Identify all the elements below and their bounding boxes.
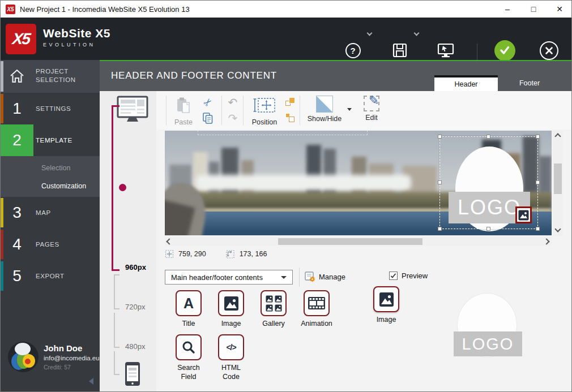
user-name: John Doe xyxy=(44,343,82,353)
bring-forward-button[interactable] xyxy=(283,96,298,109)
handle-nw[interactable] xyxy=(438,135,442,139)
handle-se[interactable] xyxy=(536,227,540,231)
ruler-label-720: 720px xyxy=(125,303,145,311)
html-code-label: HTML Code xyxy=(217,364,245,381)
handle-n[interactable] xyxy=(486,135,490,139)
sidebar-label-project-selection: PROJECT SELECTION xyxy=(36,60,95,92)
edit-button[interactable]: ✎ Edit xyxy=(356,96,387,122)
undo-button[interactable]: ↶ xyxy=(225,96,240,109)
brand-logo-icon: X5 xyxy=(6,24,36,54)
copy-button[interactable] xyxy=(200,111,215,125)
sidebar-item-project-selection[interactable]: PROJECT SELECTION xyxy=(1,60,100,93)
scissors-icon: ✂ xyxy=(200,95,215,110)
handle-ne[interactable] xyxy=(536,135,540,139)
send-backward-button[interactable] xyxy=(283,111,298,125)
sidebar-item-map[interactable]: 3 MAP xyxy=(1,197,100,229)
undo-icon: ↶ xyxy=(228,96,238,109)
pencil-icon: ✎ xyxy=(369,93,379,108)
checkmark-icon xyxy=(390,273,396,279)
position-button[interactable]: Position xyxy=(248,97,281,126)
scroll-right-icon[interactable] xyxy=(543,238,549,244)
object-search-field-button[interactable]: Search Field xyxy=(169,334,208,381)
redo-button[interactable]: ↷ xyxy=(225,111,240,125)
maximize-button[interactable]: □ xyxy=(520,1,547,18)
row-outline xyxy=(198,131,368,135)
bring-forward-icon xyxy=(285,97,296,107)
show-hide-button[interactable]: Show/Hide xyxy=(305,96,344,123)
app-header: X5 WebSite X5 EVOLUTION ? Help S xyxy=(1,18,572,60)
cut-button[interactable]: ✂ xyxy=(198,92,217,112)
object-image-selected-button[interactable]: Image xyxy=(366,286,406,325)
contents-dropdown[interactable]: Main header/footer contents xyxy=(165,270,293,285)
manage-button[interactable]: Manage xyxy=(305,272,345,282)
send-backward-icon xyxy=(285,113,296,123)
tab-footer[interactable]: Footer xyxy=(498,75,561,91)
scroll-down-icon[interactable] xyxy=(554,226,561,232)
sidebar-label-map: MAP xyxy=(36,197,95,229)
position-icon xyxy=(253,97,276,114)
position-coords-icon xyxy=(165,249,174,259)
close-button[interactable]: ✕ xyxy=(547,1,572,18)
help-dropdown-icon[interactable] xyxy=(367,31,373,36)
handle-s[interactable] xyxy=(486,227,490,231)
horizontal-scroll-thumb[interactable] xyxy=(278,238,422,245)
gallery-object-icon xyxy=(261,290,287,316)
sidebar-item-pages[interactable]: 4 PAGES xyxy=(1,229,100,260)
sidebar-item-export[interactable]: 5 EXPORT xyxy=(1,260,100,292)
sidebar-label-export: EXPORT xyxy=(36,260,95,292)
editor-toolbar: Paste ✂ ↶ ↷ xyxy=(156,91,572,130)
sidebar-item-template[interactable]: 2 TEMPLATE xyxy=(1,124,100,156)
desktop-monitor-icon[interactable] xyxy=(117,96,148,123)
object-animation-button[interactable]: Animation xyxy=(297,290,336,329)
image-object-icon xyxy=(218,290,244,316)
smartphone-icon[interactable] xyxy=(125,361,140,386)
viewport-range-bar[interactable] xyxy=(112,105,113,271)
brand-logo-glyph: X5 xyxy=(11,30,31,48)
show-hide-dropdown-icon[interactable] xyxy=(347,108,352,111)
titlebar: X5 New Project 1 - Incomedia WebSite X5 … xyxy=(1,1,572,18)
sidebar-subitem-customization[interactable]: Customization xyxy=(41,178,98,195)
range-tick-bottom xyxy=(112,269,119,271)
segment-960-720 xyxy=(114,274,115,309)
paste-button[interactable]: Paste xyxy=(170,97,197,126)
range-handle[interactable] xyxy=(119,184,126,191)
skyline-roof xyxy=(196,175,411,191)
page-band: HEADER AND FOOTER CONTENT Header Footer xyxy=(100,61,572,91)
sidebar-label-template: TEMPLATE xyxy=(36,124,95,156)
horizontal-scrollbar[interactable] xyxy=(165,237,552,246)
tab-header[interactable]: Header xyxy=(434,75,498,91)
object-title-button[interactable]: A Title xyxy=(169,290,208,329)
window-controls: – □ ✕ xyxy=(494,1,572,18)
segment-720-480 xyxy=(114,313,115,348)
vertical-scrollbar[interactable] xyxy=(553,131,563,236)
page-title: HEADER AND FOOTER CONTENT xyxy=(111,70,277,81)
sidebar-number-template: 2 xyxy=(1,124,33,156)
vertical-scroll-thumb[interactable] xyxy=(554,163,562,194)
preview-checkbox[interactable] xyxy=(389,272,398,280)
title-object-icon: A xyxy=(176,290,202,316)
save-dropdown-icon[interactable] xyxy=(414,31,420,36)
save-icon xyxy=(392,42,408,58)
handle-e[interactable] xyxy=(536,180,540,184)
preview-toggle[interactable]: Preview xyxy=(389,272,428,280)
object-html-code-button[interactable]: </> HTML Code xyxy=(211,334,251,381)
object-gallery-button[interactable]: Gallery xyxy=(254,290,293,329)
object-status-row: 759, 290 173, 166 xyxy=(165,248,267,260)
sidebar-number-export: 5 xyxy=(1,260,33,292)
brand-name: WebSite X5 xyxy=(43,27,110,40)
object-image-button[interactable]: Image xyxy=(211,290,251,329)
scroll-left-icon[interactable] xyxy=(166,238,172,244)
code-glyph: </> xyxy=(226,343,236,352)
main-content: Paste ✂ ↶ ↷ xyxy=(156,91,572,392)
handle-sw[interactable] xyxy=(438,227,442,231)
sidebar-collapse-icon[interactable] xyxy=(89,378,93,385)
handle-w[interactable] xyxy=(438,180,442,184)
selection-box[interactable] xyxy=(439,136,538,229)
scroll-up-icon[interactable] xyxy=(554,133,561,139)
minimize-button[interactable]: – xyxy=(494,1,520,18)
sidebar-subitem-selection[interactable]: Selection xyxy=(41,160,98,176)
app-icon: X5 xyxy=(6,5,15,14)
contents-bar-separator xyxy=(299,268,300,287)
sidebar-item-settings[interactable]: 1 SETTINGS xyxy=(1,93,100,124)
header-preview-canvas[interactable]: LOGO xyxy=(165,131,552,235)
